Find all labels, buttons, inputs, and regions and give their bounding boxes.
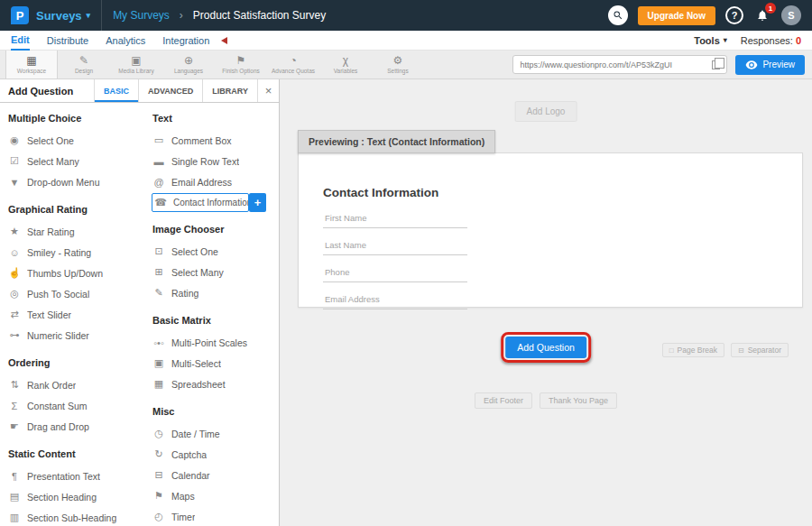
question-type-presentation-text[interactable]: ¶Presentation Text: [7, 466, 144, 486]
group-heading-multiple-choice: Multiple Choice: [8, 113, 144, 124]
question-type-constant-sum[interactable]: ΣConstant Sum: [7, 395, 144, 416]
drag-and-drop-icon: ☛: [7, 420, 22, 432]
select-one-icon: ◉: [7, 134, 22, 146]
notification-bell-icon[interactable]: 1: [753, 6, 771, 24]
panel-tab-library[interactable]: LIBRARY: [202, 79, 257, 102]
question-type-section-sub-heading[interactable]: ▥Section Sub-Heading: [7, 507, 144, 526]
surveys-menu[interactable]: Surveys ▾: [36, 9, 90, 23]
add-question-button[interactable]: Add Question: [505, 337, 586, 358]
smiley-rating-icon: ☺: [7, 247, 22, 258]
share-url-box[interactable]: https://www.questionpro.com/t/AP53kZgUI: [512, 55, 727, 74]
toolbar-item-media-library[interactable]: ▣Media Library: [110, 51, 162, 78]
tab-distribute[interactable]: Distribute: [47, 31, 88, 51]
panel-tab-basic[interactable]: BASIC: [94, 79, 138, 102]
toolbar-item-workspace[interactable]: ▦Workspace: [5, 51, 58, 78]
announcement-icon[interactable]: [221, 37, 227, 44]
tab-edit[interactable]: Edit: [11, 31, 30, 51]
share-url[interactable]: https://www.questionpro.com/t/AP53kZgUI: [520, 60, 706, 69]
question-type-email-address[interactable]: @Email Address: [152, 171, 272, 192]
advance-quotas-icon: ◔: [290, 55, 296, 66]
thank-you-page-button[interactable]: Thank You Page: [540, 392, 617, 409]
panel-tab-advanced[interactable]: ADVANCED: [138, 79, 202, 102]
toolbar-item-label: Design: [75, 68, 93, 74]
input-field-first-name[interactable]: First Name: [323, 213, 467, 228]
questionpro-logo[interactable]: P: [11, 6, 29, 24]
question-type-star-rating[interactable]: ★Star Rating: [7, 221, 144, 242]
question-type-multi-select[interactable]: ▣Multi-Select: [152, 353, 272, 374]
surveys-menu-label: Surveys: [36, 9, 82, 23]
search-icon[interactable]: [608, 5, 628, 25]
settings-icon: ⚙: [393, 55, 403, 66]
tab-integration[interactable]: Integration: [162, 31, 209, 51]
tools-menu[interactable]: Tools ▾: [694, 35, 727, 46]
question-type-rank-order[interactable]: ⇅Rank Order: [7, 374, 144, 395]
thumbs-up-down-icon: ☝: [7, 267, 22, 279]
question-type-text-slider[interactable]: ⇄Text Slider: [7, 304, 144, 325]
question-type-smiley-rating[interactable]: ☺Smiley - Rating: [7, 242, 144, 263]
question-type-date-time[interactable]: ◷Date / Time: [152, 423, 272, 444]
date-time-icon: ◷: [152, 428, 166, 439]
question-type-select-many[interactable]: ⊞Select Many: [152, 262, 272, 282]
group-heading-misc: Misc: [152, 406, 272, 417]
toolbar-item-finish-options[interactable]: ⚑Finish Options: [215, 51, 267, 78]
inline-actions: □ Page Break ⊟ Separator: [662, 343, 789, 357]
question-type-select-many[interactable]: ☑Select Many: [7, 151, 144, 171]
question-type-spreadsheet[interactable]: ▦Spreadsheet: [152, 374, 272, 394]
question-type-thumbs-up-down[interactable]: ☝Thumbs Up/Down: [7, 263, 144, 283]
separator-label: Separator: [748, 346, 781, 355]
copy-icon[interactable]: [712, 60, 720, 69]
toolbar-item-settings[interactable]: ⚙Settings: [372, 51, 424, 78]
question-type-push-to-social[interactable]: ◎Push To Social: [7, 283, 144, 304]
divider: [101, 0, 102, 31]
question-type-captcha[interactable]: ↻Captcha: [152, 444, 272, 465]
question-type-select-one[interactable]: ⊡Select One: [152, 241, 272, 262]
responses-label: Responses:: [741, 35, 793, 46]
question-type-multi-point-scales[interactable]: ◦•◦Multi-Point Scales: [152, 332, 272, 353]
question-type-calendar[interactable]: ⊟Calendar: [152, 465, 272, 485]
question-type-label: Section Sub-Heading: [27, 512, 116, 523]
question-type-contact-information[interactable]: ☎Contact Information+: [152, 193, 249, 212]
group-heading-ordering: Ordering: [8, 357, 144, 368]
question-type-single-row-text[interactable]: ▬Single Row Text: [152, 151, 272, 171]
breadcrumb-my-surveys[interactable]: My Surveys: [113, 9, 170, 22]
question-type-comment-box[interactable]: ▭Comment Box: [152, 130, 272, 151]
question-type-drag-and-drop[interactable]: ☛Drag and Drop: [7, 416, 144, 437]
question-type-drop-down-menu[interactable]: ▼Drop-down Menu: [7, 171, 144, 192]
toolbar-item-variables[interactable]: χVariables: [319, 51, 372, 78]
question-type-label: Multi-Select: [171, 358, 221, 369]
question-type-maps[interactable]: ⚑Maps: [152, 485, 272, 506]
variables-icon: χ: [343, 55, 348, 66]
add-question-type-button[interactable]: +: [249, 193, 266, 212]
avatar[interactable]: S: [781, 5, 801, 25]
input-field-email-address[interactable]: Email Address: [323, 294, 467, 309]
upgrade-now-button[interactable]: Upgrade Now: [638, 6, 715, 25]
group-heading-graphical-rating: Graphical Rating: [8, 204, 144, 215]
question-type-timer[interactable]: ◴Timer: [152, 506, 272, 526]
rank-order-icon: ⇅: [7, 379, 22, 391]
toolbar-item-languages[interactable]: ⊕Languages: [162, 51, 215, 78]
help-icon[interactable]: ?: [725, 6, 743, 24]
separator-button[interactable]: ⊟ Separator: [731, 343, 789, 357]
question-fields: First NameLast NamePhoneEmail Address: [323, 213, 467, 309]
question-type-rating[interactable]: ✎Rating: [152, 282, 272, 303]
add-logo-button[interactable]: Add Logo: [515, 101, 577, 122]
preview-button[interactable]: Preview: [735, 55, 805, 75]
page-break-button[interactable]: □ Page Break: [662, 343, 724, 357]
caret-down-icon: ▾: [724, 36, 727, 44]
input-field-phone[interactable]: Phone: [323, 267, 467, 282]
captcha-icon: ↻: [152, 448, 166, 460]
toolbar-items: ▦Workspace✎Design▣Media Library⊕Language…: [0, 51, 424, 78]
toolbar-item-advance-quotas[interactable]: ◔Advance Quotas: [267, 51, 319, 78]
eye-icon: [745, 60, 758, 69]
edit-footer-button[interactable]: Edit Footer: [475, 392, 532, 409]
close-icon[interactable]: ×: [257, 79, 279, 102]
question-type-section-heading[interactable]: ▤Section Heading: [7, 486, 144, 507]
toolbar-item-design[interactable]: ✎Design: [58, 51, 110, 78]
tab-analytics[interactable]: Analytics: [106, 31, 145, 51]
multi-select-icon: ▣: [152, 357, 166, 369]
responses-count: 0: [796, 35, 801, 46]
question-type-label: Multi-Point Scales: [171, 337, 247, 348]
input-field-last-name[interactable]: Last Name: [323, 240, 467, 255]
question-type-numeric-slider[interactable]: ⊶Numeric Slider: [7, 325, 144, 346]
question-type-select-one[interactable]: ◉Select One: [7, 130, 144, 151]
